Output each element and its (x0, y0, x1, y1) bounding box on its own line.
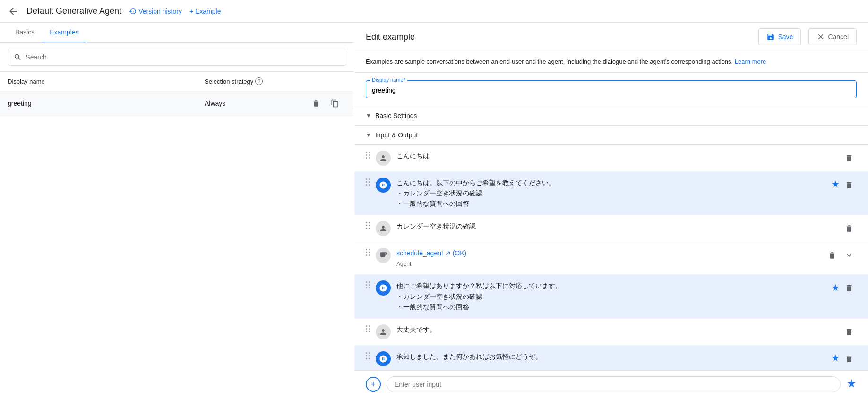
drag-handle-5[interactable] (366, 280, 370, 288)
tool-avatar-4 (376, 248, 391, 263)
drag-handle-4[interactable] (366, 248, 370, 256)
conv-item-1: こんにちは (354, 145, 868, 172)
agent-avatar-5 (376, 280, 391, 296)
save-label: Save (778, 33, 793, 41)
conv-text-7: 承知しました。また何かあればお気軽にどうぞ。 (396, 351, 825, 362)
conv-item-7: 承知しました。また何かあればお気軽にどうぞ。 (354, 346, 868, 370)
add-turn-button[interactable]: + (366, 377, 381, 392)
conv-text-1: こんにちは (396, 151, 836, 161)
save-icon (766, 33, 775, 41)
info-bar: Examples are sample conversations betwee… (354, 51, 868, 73)
bottom-bar: + (354, 370, 868, 398)
delete-conv-1-button[interactable] (842, 151, 857, 166)
tool-sub-label: Agent (396, 261, 411, 267)
search-wrapper (8, 49, 346, 66)
agent-avatar-7 (376, 351, 391, 366)
conv-item-4: schedule_agent ↗ (OK) Agent (354, 242, 868, 275)
agent-avatar-2 (376, 178, 391, 193)
basic-settings-label: Basic Settings (375, 112, 417, 119)
example-link[interactable]: + Example (189, 8, 221, 15)
tool-name: schedule_agent ↗ (396, 249, 451, 257)
input-output-label: Input & Output (375, 131, 418, 139)
conv-actions-6 (842, 324, 857, 339)
delete-conv-5-button[interactable] (842, 280, 857, 296)
help-icon[interactable]: ? (255, 77, 263, 85)
row-actions (309, 96, 346, 111)
conversation-area: こんにちは (354, 145, 868, 371)
page-title: Default Generative Agent (26, 6, 121, 16)
user-avatar-3 (376, 221, 391, 236)
conv-actions-4 (825, 248, 857, 263)
user-input-field[interactable] (387, 376, 841, 392)
tool-status: (OK) (453, 249, 467, 257)
back-button[interactable] (8, 6, 19, 17)
cancel-label: Cancel (828, 33, 849, 41)
tab-basics[interactable]: Basics (8, 23, 42, 42)
table-header: Display name Selection strategy ? (0, 72, 354, 91)
save-button[interactable]: Save (758, 28, 801, 45)
conv-actions-1 (842, 151, 857, 166)
table-row: greeting Always (0, 91, 354, 116)
search-bar (0, 43, 354, 72)
conv-actions-7 (831, 351, 857, 366)
edit-header: Edit example Save Cancel (354, 23, 868, 51)
conv-item-2: こんにちは。以下の中からご希望を教えてください。 ・カレンダー空き状況の確認 ・… (354, 172, 868, 215)
basic-settings-chevron: ▼ (366, 112, 371, 119)
example-label: + Example (189, 8, 221, 15)
cancel-button[interactable]: Cancel (808, 28, 857, 45)
conv-item-3: カレンダー空き状況の確認 (354, 215, 868, 242)
tabs-bar: Basics Examples (0, 23, 354, 43)
conv-text-4: schedule_agent ↗ (OK) Agent (396, 248, 819, 269)
delete-conv-2-button[interactable] (842, 178, 857, 193)
search-input[interactable] (26, 53, 340, 61)
delete-conv-3-button[interactable] (842, 221, 857, 236)
version-history-label: Version history (138, 8, 182, 15)
version-history-link[interactable]: Version history (129, 8, 182, 15)
left-panel: Basics Examples Display name Selection s… (0, 23, 354, 398)
search-icon (14, 53, 22, 61)
conv-item-6: 大丈夫です。 (354, 319, 868, 346)
basic-settings-section[interactable]: ▼ Basic Settings (354, 106, 868, 126)
conv-actions-3 (842, 221, 857, 236)
input-output-section[interactable]: ▼ Input & Output (354, 126, 868, 145)
conv-actions-5 (831, 280, 857, 296)
conv-text-2: こんにちは。以下の中からご希望を教えてください。 ・カレンダー空き状況の確認 ・… (396, 178, 825, 209)
delete-row-button[interactable] (309, 96, 324, 111)
conv-text-6: 大丈夫です。 (396, 324, 836, 335)
drag-handle-2[interactable] (366, 178, 370, 186)
sparkle-icon-2[interactable] (831, 180, 840, 190)
row-display-name: greeting (8, 100, 205, 107)
table-body: greeting Always (0, 91, 354, 116)
delete-conv-7-button[interactable] (842, 351, 857, 366)
col-name-header: Display name (8, 78, 205, 85)
conv-item-5: 他にご希望はありますか？私は以下に対応しています。 ・カレンダー空き状況の確認 … (354, 275, 868, 318)
delete-conv-6-button[interactable] (842, 324, 857, 339)
main-layout: Basics Examples Display name Selection s… (0, 23, 868, 398)
learn-more-link[interactable]: Learn more (735, 58, 766, 65)
drag-handle-6[interactable] (366, 324, 370, 332)
sparkle-icon-5[interactable] (831, 283, 840, 293)
display-name-label: Display name* (370, 77, 407, 83)
input-output-chevron: ▼ (366, 132, 371, 138)
display-name-input[interactable] (372, 86, 851, 94)
conv-text-5: 他にご希望はありますか？私は以下に対応しています。 ・カレンダー空き状況の確認 … (396, 280, 825, 312)
user-avatar-1 (376, 151, 391, 166)
drag-handle-7[interactable] (366, 351, 370, 359)
app-header: Default Generative Agent Version history… (0, 0, 868, 23)
col-strategy-header: Selection strategy ? (205, 77, 309, 85)
sparkle-icon-7[interactable] (831, 354, 840, 364)
cancel-icon (816, 33, 825, 41)
conv-actions-2 (831, 178, 857, 193)
delete-conv-4-button[interactable] (825, 248, 840, 263)
expand-conv-4-button[interactable] (842, 248, 857, 263)
copy-row-button[interactable] (327, 96, 343, 111)
right-panel: Edit example Save Cancel Examples are sa… (354, 23, 868, 398)
tab-examples[interactable]: Examples (42, 23, 86, 42)
edit-title: Edit example (366, 32, 751, 42)
drag-handle-1[interactable] (366, 151, 370, 159)
drag-handle-3[interactable] (366, 221, 370, 229)
conv-text-3: カレンダー空き状況の確認 (396, 221, 836, 231)
magic-generate-button[interactable] (846, 378, 857, 391)
user-avatar-6 (376, 324, 391, 339)
row-strategy: Always (205, 100, 309, 107)
